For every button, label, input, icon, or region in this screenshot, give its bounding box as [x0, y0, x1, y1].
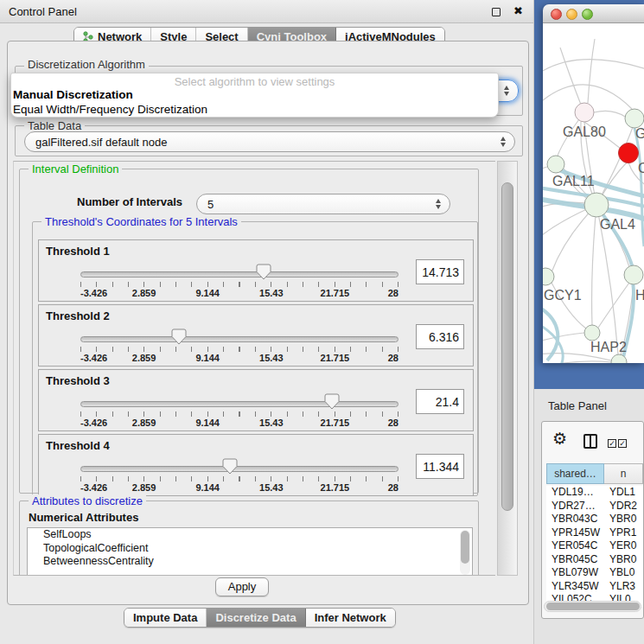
slider-tick-labels: -3.426 2.859 9.144 15.43 21.715 28: [80, 482, 399, 494]
thresholds-group-title: Threshold's Coordinates for 5 Intervals: [41, 215, 241, 228]
table-row[interactable]: YBR045CYBR0: [546, 553, 643, 567]
network-view-window: GAL80 GA C GAL11 GAL4 GCY1 H HAP2: [543, 4, 644, 363]
table-data-group-title: Table Data: [24, 119, 85, 132]
combo-arrows-icon: [436, 199, 441, 209]
table-row[interactable]: YDR27…YDR2: [546, 500, 643, 513]
threshold-3-label: Threshold 3: [46, 374, 110, 387]
table-rows: YDL19…YDL1 YDR27…YDR2 YBR043CYBR0 YPR145…: [546, 486, 643, 607]
slider-tick-labels: -3.426 2.859 9.144 15.43 21.715 28: [80, 418, 399, 429]
select-all-checkbox-icon[interactable]: ✓: [608, 439, 616, 448]
float-window-icon[interactable]: [492, 8, 501, 16]
slider-track[interactable]: [80, 336, 399, 342]
list-scrollbar[interactable]: [460, 530, 470, 575]
column-header-name[interactable]: n: [604, 463, 643, 484]
table-panel: Table Panel ⚙ ✓ ✓ shared… n YDL19…YDL1 Y…: [534, 389, 644, 644]
threshold-1-slider[interactable]: -3.426 2.859 9.144 15.43 21.715 28: [80, 263, 399, 301]
table-row[interactable]: YPR145WYPR1: [546, 526, 643, 540]
node-label-gal80: GAL80: [563, 124, 606, 139]
threshold-2-panel: Threshold 2 -3.426 2.859 9.144: [38, 304, 474, 367]
network-window-titlebar[interactable]: [543, 4, 644, 23]
combo-arrows-icon: [501, 137, 506, 147]
slider-tick-labels: -3.426 2.859 9.144 15.43 21.715 28: [80, 288, 399, 299]
table-panel-title: Table Panel: [548, 399, 607, 412]
threshold-4-label: Threshold 4: [46, 439, 110, 452]
control-panel: Control Panel ✖ Network Style Select Cyn…: [0, 0, 534, 644]
interval-definition-title: Interval Definition: [29, 163, 122, 175]
threshold-1-value-field[interactable]: [416, 259, 464, 284]
slider-track[interactable]: [80, 401, 399, 407]
slider-track[interactable]: [80, 271, 399, 277]
network-node-red[interactable]: [619, 143, 639, 163]
slider-track[interactable]: [80, 466, 399, 472]
node-label-clipped-lower-right: H: [635, 288, 644, 303]
network-node-gal11[interactable]: [547, 156, 564, 173]
table-row[interactable]: YBL079WYBL0: [546, 566, 643, 580]
settings-vertical-scrollbar[interactable]: [497, 161, 518, 576]
close-traffic-light-icon[interactable]: [551, 9, 562, 20]
attributes-group-title: Attributes to discretize: [29, 494, 146, 507]
threshold-4-slider[interactable]: -3.426 2.859 9.144 15.43 21.715 28: [80, 457, 399, 495]
slider-ticks: [80, 476, 399, 481]
table-row[interactable]: YDL19…YDL1: [546, 486, 643, 500]
threshold-1-panel: Threshold 1 -3.426 2.859 9.144: [38, 239, 474, 302]
table-panel-container: ⚙ ✓ ✓ shared… n YDL19…YDL1 YDR27…YDR2 YB…: [541, 421, 644, 619]
node-label-clipped-top-right: GA: [635, 126, 644, 141]
table-toolbar: ⚙ ✓ ✓: [542, 422, 643, 460]
network-node-hap2[interactable]: [584, 325, 600, 341]
table-data-combobox[interactable]: galFiltered.sif default node: [24, 131, 515, 152]
network-node-clipped-top-right[interactable]: [625, 109, 644, 128]
network-canvas[interactable]: GAL80 GA C GAL11 GAL4 GCY1 H HAP2: [543, 23, 644, 363]
threshold-2-slider[interactable]: -3.426 2.859 9.144 15.43 21.715 28: [80, 328, 399, 366]
table-row[interactable]: YLR345WYLR3: [546, 580, 643, 594]
threshold-4-value-field[interactable]: [416, 454, 464, 479]
slider-tick-labels: -3.426 2.859 9.144 15.43 21.715 28: [80, 353, 399, 364]
slider-thumb[interactable]: [222, 458, 238, 475]
interval-definition-group: Interval Definition Number of Intervals …: [19, 169, 479, 494]
table-row[interactable]: YER054CYER0: [546, 539, 643, 553]
slider-thumb[interactable]: [324, 393, 340, 410]
attributes-group: Attributes to discretize Numerical Attri…: [19, 501, 479, 576]
slider-thumb[interactable]: [256, 264, 271, 280]
node-label-clipped-mid-right: C: [638, 161, 644, 175]
list-scrollbar-thumb[interactable]: [461, 531, 469, 564]
list-item[interactable]: BetweennessCentrality: [28, 555, 472, 569]
node-label-hap2: HAP2: [590, 340, 627, 354]
control-panel-titlebar: Control Panel ✖: [0, 0, 533, 23]
column-header-shared-name[interactable]: shared…: [546, 463, 604, 484]
slider-ticks: [80, 282, 399, 287]
threshold-2-value-field[interactable]: [416, 324, 464, 349]
network-node-gal80[interactable]: [575, 103, 594, 122]
list-item[interactable]: TopologicalCoefficient: [28, 542, 472, 556]
zoom-traffic-light-icon[interactable]: [582, 9, 593, 20]
close-icon[interactable]: ✖: [513, 4, 523, 17]
table-row[interactable]: YBR043CYBR0: [546, 513, 643, 526]
algorithm-prompt-option[interactable]: Select algorithm to view settings: [11, 73, 498, 88]
algorithm-option-manual[interactable]: Manual Discretization: [11, 88, 498, 103]
apply-button[interactable]: Apply: [215, 577, 269, 596]
number-of-intervals-combobox[interactable]: 5: [196, 194, 450, 214]
network-node-clipped-mid-right[interactable]: [624, 265, 643, 284]
gear-icon[interactable]: ⚙: [552, 430, 567, 449]
tab-infer-network[interactable]: Infer Network: [306, 609, 395, 627]
numerical-attributes-list: SelfLoops TopologicalCoefficient Between…: [27, 527, 473, 576]
slider-thumb[interactable]: [171, 328, 187, 345]
table-scrollbar-thumb[interactable]: [546, 603, 640, 610]
network-node-gal4[interactable]: [584, 193, 609, 217]
slider-ticks: [80, 347, 399, 352]
thresholds-group: Threshold's Coordinates for 5 Intervals …: [32, 221, 478, 496]
algorithm-option-equal-width[interactable]: Equal Width/Frequency Discretization: [11, 103, 498, 118]
settings-scrollbar-thumb[interactable]: [501, 182, 513, 511]
threshold-3-value-field[interactable]: [416, 389, 464, 414]
columns-icon[interactable]: [583, 434, 597, 449]
tab-impute-data[interactable]: Impute Data: [124, 609, 207, 627]
panel-title: Control Panel: [9, 5, 77, 18]
select-none-checkbox-icon[interactable]: ✓: [618, 439, 627, 448]
minimize-traffic-light-icon[interactable]: [566, 9, 577, 20]
tab-discretize-data[interactable]: Discretize Data: [207, 609, 305, 627]
table-data-group: Table Data galFiltered.sif default node: [15, 125, 523, 156]
node-label-gcy1: GCY1: [544, 288, 582, 303]
list-item[interactable]: SelfLoops: [28, 528, 472, 542]
threshold-3-slider[interactable]: -3.426 2.859 9.144 15.43 21.715 28: [80, 392, 399, 430]
table-horizontal-scrollbar[interactable]: [544, 601, 641, 612]
threshold-1-label: Threshold 1: [46, 245, 110, 258]
